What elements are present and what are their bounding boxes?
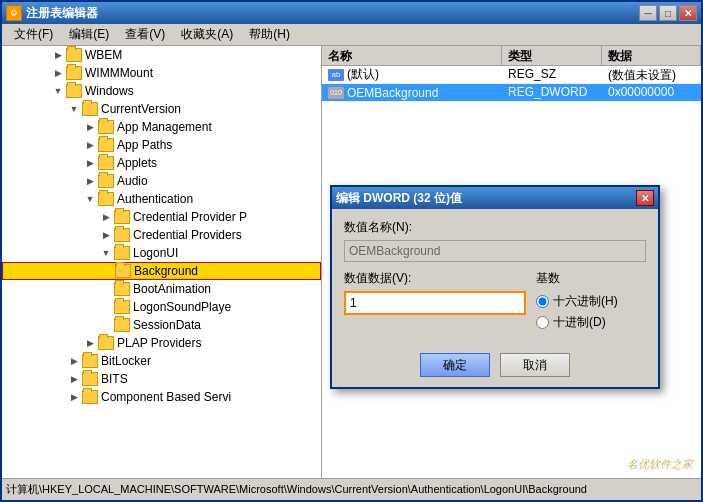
dialog-close-button[interactable]: ✕ [636, 190, 654, 206]
tree-node-bitlocker[interactable]: ▶ BitLocker [2, 352, 321, 370]
tree-node-wimmount[interactable]: ▶ WIMMMount [2, 64, 321, 82]
expand-applets[interactable]: ▶ [82, 155, 98, 171]
label-appmgmt: App Management [117, 120, 212, 134]
cancel-button[interactable]: 取消 [500, 353, 570, 377]
dialog-value-name-input[interactable] [344, 240, 646, 262]
table-row-default[interactable]: ab (默认) REG_SZ (数值未设置) [322, 66, 701, 84]
folder-icon-logonui [114, 246, 130, 260]
status-text: 计算机\HKEY_LOCAL_MACHINE\SOFTWARE\Microsof… [6, 482, 587, 497]
cell-name-default: ab (默认) [322, 66, 502, 83]
expand-windows[interactable]: ▼ [50, 83, 66, 99]
tree-node-credprovider1[interactable]: ▶ Credential Provider P [2, 208, 321, 226]
tree-node-appmgmt[interactable]: ▶ App Management [2, 118, 321, 136]
expand-bitlocker[interactable]: ▶ [66, 353, 82, 369]
maximize-button[interactable]: □ [659, 5, 677, 21]
window-title: 注册表编辑器 [26, 5, 98, 22]
watermark: 名优软件之家 [627, 457, 693, 472]
radio-dec[interactable] [536, 316, 549, 329]
folder-icon-wbem [66, 48, 82, 62]
dialog-data-input[interactable] [344, 291, 526, 315]
reg-icon-binary: 010 [328, 87, 344, 99]
folder-icon-audio [98, 174, 114, 188]
col-header-type: 类型 [502, 46, 602, 65]
label-sessiondata: SessionData [133, 318, 201, 332]
folder-icon-compbased [82, 390, 98, 404]
tree-node-credprovider2[interactable]: ▶ Credential Providers [2, 226, 321, 244]
expand-logonui[interactable]: ▼ [98, 245, 114, 261]
tree-node-logonui[interactable]: ▼ LogonUI [2, 244, 321, 262]
expand-credprovider2[interactable]: ▶ [98, 227, 114, 243]
expand-apppaths[interactable]: ▶ [82, 137, 98, 153]
cell-data-default: (数值未设置) [602, 66, 701, 83]
folder-icon-bits [82, 372, 98, 386]
tree-node-currentversion[interactable]: ▼ CurrentVersion [2, 100, 321, 118]
folder-icon-authentication [98, 192, 114, 206]
menu-edit[interactable]: 编辑(E) [61, 24, 117, 45]
tree-node-windows[interactable]: ▼ Windows [2, 82, 321, 100]
folder-icon-bootanim [114, 282, 130, 296]
tree-node-sessiondata[interactable]: SessionData [2, 316, 321, 334]
tree-node-audio[interactable]: ▶ Audio [2, 172, 321, 190]
cell-type-default: REG_SZ [502, 66, 602, 83]
label-apppaths: App Paths [117, 138, 172, 152]
expand-audio[interactable]: ▶ [82, 173, 98, 189]
menu-file[interactable]: 文件(F) [6, 24, 61, 45]
minimize-button[interactable]: ─ [639, 5, 657, 21]
tree-node-compbased[interactable]: ▶ Component Based Servi [2, 388, 321, 406]
tree-panel[interactable]: ▶ WBEM ▶ WIMMMount ▼ Windows [2, 46, 322, 478]
folder-icon-applets [98, 156, 114, 170]
tree-node-applets[interactable]: ▶ Applets [2, 154, 321, 172]
dialog-body: 数值名称(N): 数值数据(V): 基数 十六进制(H) [332, 209, 658, 387]
label-wbem: WBEM [85, 48, 122, 62]
tree-node-bits[interactable]: ▶ BITS [2, 370, 321, 388]
radio-row-hex[interactable]: 十六进制(H) [536, 293, 646, 310]
table-row-oem[interactable]: 010 OEMBackground REG_DWORD 0x00000000 [322, 84, 701, 102]
folder-icon-logonsound [114, 300, 130, 314]
ok-button[interactable]: 确定 [420, 353, 490, 377]
tree-node-plap[interactable]: ▶ PLAP Providers [2, 334, 321, 352]
expand-bits[interactable]: ▶ [66, 371, 82, 387]
dialog-buttons: 确定 取消 [344, 345, 646, 377]
tree-node-apppaths[interactable]: ▶ App Paths [2, 136, 321, 154]
tree-node-background[interactable]: Background [2, 262, 321, 280]
table-header: 名称 类型 数据 [322, 46, 701, 66]
expand-credprovider1[interactable]: ▶ [98, 209, 114, 225]
tree-node-logonsound[interactable]: LogonSoundPlaye [2, 298, 321, 316]
radio-dec-label: 十进制(D) [553, 314, 606, 331]
label-background: Background [134, 264, 198, 278]
reg-icon-ab: ab [328, 69, 344, 81]
dialog-data-row: 数值数据(V): 基数 十六进制(H) 十进制(D) [344, 270, 646, 335]
expand-plap[interactable]: ▶ [82, 335, 98, 351]
folder-icon-apppaths [98, 138, 114, 152]
tree-node-bootanim[interactable]: BootAnimation [2, 280, 321, 298]
app-icon: ⚙ [6, 5, 22, 21]
tree-node-wbem[interactable]: ▶ WBEM [2, 46, 321, 64]
label-plap: PLAP Providers [117, 336, 202, 350]
menu-favorites[interactable]: 收藏夹(A) [173, 24, 241, 45]
menu-view[interactable]: 查看(V) [117, 24, 173, 45]
title-bar: ⚙ 注册表编辑器 ─ □ ✕ [2, 2, 701, 24]
expand-wbem[interactable]: ▶ [50, 47, 66, 63]
expand-compbased[interactable]: ▶ [66, 389, 82, 405]
radio-hex[interactable] [536, 295, 549, 308]
label-credprovider1: Credential Provider P [133, 210, 247, 224]
folder-icon-currentversion [82, 102, 98, 116]
expand-authentication[interactable]: ▼ [82, 191, 98, 207]
label-bits: BITS [101, 372, 128, 386]
folder-icon-wimmount [66, 66, 82, 80]
dialog-base-label: 基数 [536, 270, 646, 287]
menu-help[interactable]: 帮助(H) [241, 24, 298, 45]
expand-currentversion[interactable]: ▼ [66, 101, 82, 117]
tree-node-authentication[interactable]: ▼ Authentication [2, 190, 321, 208]
label-wimmount: WIMMMount [85, 66, 153, 80]
folder-icon-credprovider2 [114, 228, 130, 242]
expand-appmgmt[interactable]: ▶ [82, 119, 98, 135]
label-applets: Applets [117, 156, 157, 170]
label-bootanim: BootAnimation [133, 282, 211, 296]
close-button[interactable]: ✕ [679, 5, 697, 21]
radio-row-dec[interactable]: 十进制(D) [536, 314, 646, 331]
expand-wimmount[interactable]: ▶ [50, 65, 66, 81]
dialog-data-right: 基数 十六进制(H) 十进制(D) [536, 270, 646, 335]
dialog-data-label: 数值数据(V): [344, 270, 526, 287]
folder-icon-sessiondata [114, 318, 130, 332]
